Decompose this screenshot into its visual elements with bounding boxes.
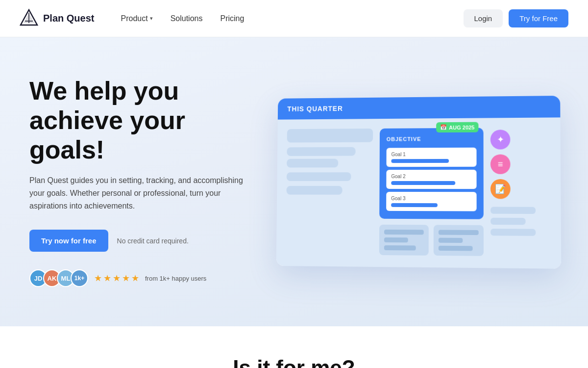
dash-line [384, 237, 408, 242]
no-credit-card-text: No credit card required. [117, 237, 189, 245]
date-badge: 📅 AUG 2025 [436, 122, 478, 133]
dashboard-right-col: ✦ ≡ 📝 [490, 128, 551, 257]
nav-solutions[interactable]: Solutions [164, 10, 210, 27]
section-title: Is it for me? [20, 356, 568, 368]
placeholder-block [287, 129, 373, 143]
placeholder-block-row [287, 147, 373, 168]
placeholder-block [287, 147, 355, 156]
goal-1: Goal 1 [387, 148, 477, 167]
nav-product[interactable]: Product ▾ [114, 10, 159, 27]
objective-container: 📅 AUG 2025 OBJECTIVE Goal 1 Goal 2 [379, 128, 484, 256]
navbar: Plan Quest Product ▾ Solutions Pricing L… [0, 0, 588, 37]
brand-name: Plan Quest [43, 13, 94, 24]
hero-section: We help you achieve your goals! Plan Que… [0, 37, 588, 326]
goal-3: Goal 3 [386, 192, 477, 211]
placeholder-block [490, 207, 536, 214]
calendar-icon: 📅 [440, 124, 447, 131]
star-icon: ★ [122, 273, 130, 284]
goal-bar-2 [391, 181, 455, 185]
hero-content: We help you achieve your goals! Plan Que… [29, 77, 265, 287]
dash-line [439, 246, 473, 251]
objective-label: OBJECTIVE [387, 136, 477, 142]
right-placeholder-lines [490, 207, 536, 236]
chevron-down-icon: ▾ [150, 15, 153, 22]
list-icon: ≡ [490, 155, 511, 174]
star-icon: ★ [94, 273, 102, 284]
nav-links: Product ▾ Solutions Pricing [114, 10, 463, 27]
placeholder-block [287, 159, 338, 168]
goal-2: Goal 2 [386, 170, 476, 189]
logo-icon [20, 8, 38, 29]
try-free-button[interactable]: Try for Free [509, 9, 568, 27]
goal-bar-1 [391, 159, 449, 163]
notes-icon: 📝 [490, 179, 511, 199]
user-avatars: JD AK ML 1k+ [29, 269, 88, 287]
dash-line [439, 238, 463, 243]
dash-line [384, 230, 424, 235]
hero-cta-row: Try now for free No credit card required… [29, 230, 265, 252]
hero-cta-button[interactable]: Try now for free [29, 230, 108, 252]
objective-card: 📅 AUG 2025 OBJECTIVE Goal 1 Goal 2 [379, 128, 484, 219]
review-text: from 1k+ happy users [145, 275, 206, 282]
dashboard-bottom-cards [379, 225, 484, 256]
star-icon: ★ [103, 273, 111, 284]
placeholder-block [287, 186, 343, 195]
nav-pricing[interactable]: Pricing [213, 10, 251, 27]
dashboard-header: THIS QUARTER [278, 96, 561, 120]
login-button[interactable]: Login [464, 9, 503, 27]
dash-line [384, 245, 416, 251]
brand[interactable]: Plan Quest [20, 8, 94, 29]
goal-bar-3 [391, 203, 438, 207]
dashboard-left-col [286, 129, 373, 255]
star-rating: ★ ★ ★ ★ ★ [94, 273, 139, 284]
hero-subtitle: Plan Quest guides you in setting, tracki… [29, 174, 245, 212]
placeholder-block [490, 229, 536, 236]
hero-illustration: THIS QUARTER 📅 [265, 97, 559, 267]
dash-card-left [379, 225, 429, 256]
dash-card-right [434, 225, 484, 256]
section-below: Is it for me? [0, 326, 588, 368]
hero-title: We help you achieve your goals! [29, 77, 265, 164]
placeholder-block [490, 218, 526, 225]
star-icon: ★ [131, 273, 139, 284]
avatar-count: 1k+ [71, 269, 88, 287]
dash-line [439, 230, 479, 236]
nav-actions: Login Try for Free [464, 9, 569, 27]
dashboard-mockup: THIS QUARTER 📅 [276, 96, 562, 269]
dashboard-body: 📅 AUG 2025 OBJECTIVE Goal 1 Goal 2 [276, 117, 562, 268]
social-proof: JD AK ML 1k+ ★ ★ ★ ★ ★ from 1k+ happy us… [29, 269, 265, 287]
star-icon: ★ [113, 273, 121, 284]
placeholder-block [287, 172, 351, 181]
magic-icon: ✦ [490, 130, 511, 149]
